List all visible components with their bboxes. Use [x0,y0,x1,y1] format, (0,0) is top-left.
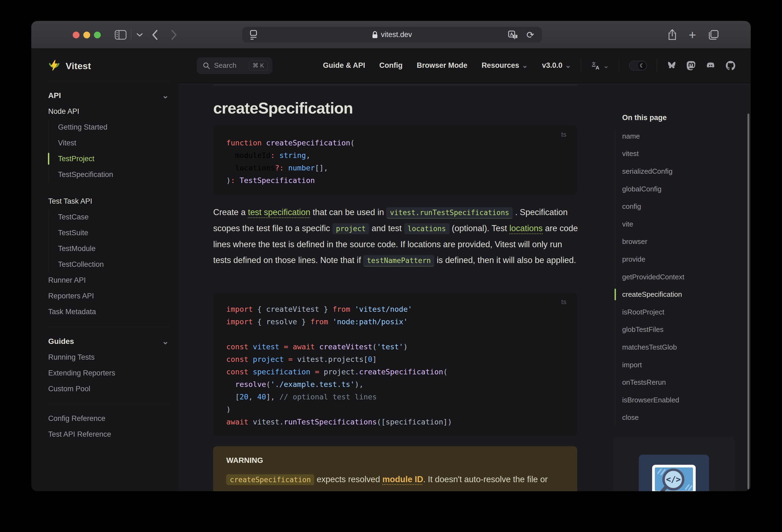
sponsor-card[interactable]: </> [613,436,735,491]
sidebar-item[interactable]: TestCollection [48,256,169,272]
code-block-2-body: import { createVitest } from 'vitest/nod… [226,303,564,428]
sidebar-item-active[interactable]: TestProject [48,151,169,167]
sidebar-item[interactable]: Extending Reporters [48,365,169,381]
forward-button[interactable] [167,21,181,48]
nav-dropdown[interactable]: Resources⌄ [482,61,528,70]
sidebar-item[interactable]: TestSuite [48,225,169,241]
bluesky-icon [667,61,677,70]
toc-item[interactable]: browser [622,233,684,251]
new-tab-button[interactable]: + [685,21,700,48]
search-button[interactable]: Search ⌘ K [197,58,272,74]
toc-item[interactable]: globalConfig [622,180,684,198]
sidebar-item[interactable]: Reporters API [48,288,169,304]
mastodon-icon [686,61,696,71]
sidebar-item[interactable]: Runner API [48,272,169,288]
warning-title: WARNING [226,456,564,465]
sidebar-divider [48,327,169,327]
inline-code: project [332,223,369,234]
sidebar-item[interactable]: Test API Reference [48,426,169,442]
close-window-button[interactable] [73,32,79,38]
nav-link[interactable]: Config [379,61,402,70]
nav-dropdown[interactable]: v3.0.0⌄ [542,61,571,70]
translate-button[interactable]: A 文 [507,29,519,40]
toc-item[interactable]: isBrowserEnabled [622,391,684,409]
svg-text:</>: </> [666,474,681,484]
sidebar-item[interactable]: Running Tests [48,349,169,365]
code-lang-badge: ts [561,298,566,306]
toc-item[interactable]: isRootProject [622,303,684,321]
reload-button[interactable]: ⟳ [527,29,534,40]
vitest-logo-icon [48,60,60,72]
inline-link[interactable]: module ID [382,474,423,484]
minimize-window-button[interactable] [83,32,90,38]
share-icon [668,29,677,41]
code-block-example: ts import { createVitest } from 'vitest/… [213,293,577,436]
tab-group-chevron-button[interactable] [134,21,145,48]
share-button[interactable] [665,21,680,48]
inline-code: locations [404,223,450,234]
search-icon [203,62,210,69]
toc-item[interactable]: onTestsRerun [622,374,684,391]
nav-divider [657,59,657,72]
inline-link[interactable]: testNamePattern [363,255,434,267]
nav-link[interactable]: Guide & API [323,61,365,70]
zoom-window-button[interactable] [94,32,101,38]
sidebar-toggle-button[interactable] [113,21,128,48]
social-links [667,61,736,71]
sidebar-item[interactable]: Node API [48,103,169,119]
url-text: vitest.dev [381,31,412,39]
sidebar-item[interactable]: Custom Pool [48,381,169,397]
sidebar-item[interactable]: TestModule [48,241,169,256]
inline-link[interactable]: test specification [248,208,310,217]
toc-item[interactable]: vitest [622,145,684,163]
sidebar-item[interactable]: Test Task API [48,193,169,209]
discord-link[interactable] [706,61,716,70]
sidebar-group-header[interactable]: API⌄ [48,88,169,103]
toc-item[interactable]: serializedConfig [622,163,684,180]
toc-item[interactable]: matchesTestGlob [622,339,684,356]
sidebar-item[interactable]: Vitest [48,135,169,151]
section-divider [213,85,577,85]
nav-links: Guide & APIConfigBrowser ModeResources⌄v… [323,61,571,70]
translate-icon: A 文 [507,29,519,40]
nav-link[interactable]: Browser Mode [417,61,467,70]
svg-text:文: 文 [514,35,517,38]
toc-item[interactable]: provide [622,250,684,268]
tab-overview-button[interactable] [706,21,721,48]
toc-list: namevitestserializedConfigglobalConfigco… [622,128,684,426]
sidebar-item[interactable]: Config Reference [48,411,169,426]
code-inspector-icon: </> [645,461,703,491]
brand-label: Vitest [66,61,91,71]
reload-icon: ⟳ [527,29,534,40]
inline-link[interactable]: locations [509,223,543,233]
toc-item[interactable]: vite [622,215,684,233]
chevron-down-icon: ⌄ [603,61,609,70]
inline-link[interactable]: vitest.runTestSpecifications [386,207,513,219]
toc-item[interactable]: globTestFiles [622,321,684,339]
github-icon [725,61,736,71]
sidebar-item[interactable]: Task Metadata [48,304,169,320]
sidebar-group-header[interactable]: Guides⌄ [48,333,169,349]
language-menu[interactable]: 文 A ⌄ [591,61,609,71]
toc-item[interactable]: close [622,409,684,427]
toc-item[interactable]: name [622,128,684,145]
toc-item[interactable]: config [622,198,684,215]
bluesky-link[interactable] [667,61,677,70]
address-bar[interactable]: vitest.dev A 文 ⟳ [242,27,542,42]
mastodon-link[interactable] [686,61,696,71]
inline-code: createSpecification [226,474,314,485]
toc-item[interactable]: getProvidedContext [622,268,684,286]
warning-callout: WARNING createSpecification expects reso… [213,446,577,491]
chevron-down-icon: ⌄ [522,61,528,70]
sidebar-item[interactable]: Getting Started [48,119,169,135]
page-scrollbar[interactable] [747,113,749,489]
sidebar-item[interactable]: TestCase [48,209,169,225]
brand[interactable]: Vitest [48,58,179,73]
back-button[interactable] [148,21,162,48]
toc-item[interactable]: import [622,356,684,374]
sidebar-item[interactable]: TestSpecification [48,167,169,182]
toc-item-active[interactable]: createSpecification [622,286,684,303]
chevron-down-icon: ⌄ [162,337,169,346]
github-link[interactable] [725,61,736,71]
dark-mode-toggle[interactable]: ☾ [629,61,647,71]
